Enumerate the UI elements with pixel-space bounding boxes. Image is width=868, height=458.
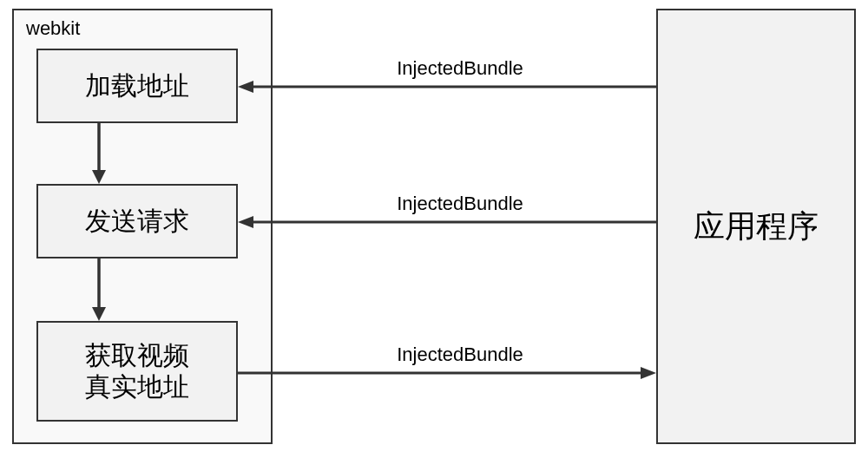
node-get-video-line1: 获取视频: [85, 341, 189, 370]
node-get-video-line2: 真实地址: [85, 372, 189, 401]
arrow-app-to-load: [238, 78, 656, 95]
edge-label-1: InjectedBundle: [373, 57, 547, 80]
webkit-title: webkit: [26, 17, 80, 40]
edge-label-3: InjectedBundle: [373, 344, 547, 366]
arrow-send-to-getvideo: [90, 258, 108, 321]
node-get-video-label: 获取视频 真实地址: [85, 340, 189, 402]
node-send-request: 发送请求: [36, 184, 238, 258]
arrow-app-to-send: [238, 213, 656, 231]
node-send-request-label: 发送请求: [85, 206, 189, 237]
node-get-video: 获取视频 真实地址: [36, 321, 238, 422]
svg-marker-7: [238, 216, 253, 228]
svg-marker-5: [238, 81, 253, 93]
node-load-address: 加载地址: [36, 49, 238, 123]
arrow-load-to-send: [90, 123, 108, 184]
edge-label-2: InjectedBundle: [373, 193, 547, 215]
svg-marker-3: [92, 307, 106, 321]
node-load-address-label: 加载地址: [85, 70, 189, 101]
svg-marker-9: [641, 367, 656, 379]
node-application: 应用程序: [656, 9, 856, 444]
svg-marker-1: [92, 170, 106, 184]
arrow-getvideo-to-app: [238, 364, 656, 382]
node-application-label: 应用程序: [694, 206, 819, 248]
diagram-canvas: webkit 加载地址 发送请求 获取视频 真实地址 应用程序 Injected…: [0, 0, 868, 458]
